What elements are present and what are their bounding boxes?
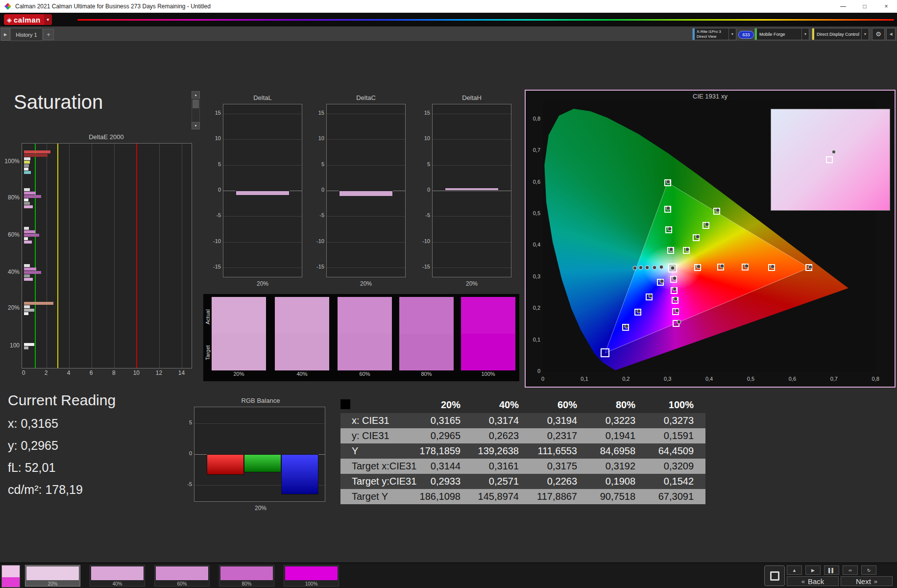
patch-color bbox=[91, 566, 144, 580]
target-row-label: Target bbox=[205, 336, 211, 370]
deltae-bar bbox=[24, 195, 41, 198]
reading-x: x: 0,3165 bbox=[8, 416, 116, 431]
scroll-track[interactable] bbox=[192, 98, 200, 122]
back-label: Back bbox=[808, 577, 824, 586]
brand-bar: ◈ calman ▼ bbox=[0, 13, 897, 26]
y-axis-tick-label: 0,3 bbox=[527, 273, 540, 279]
refresh-button[interactable]: ↻ bbox=[861, 565, 876, 575]
chevron-down-icon[interactable]: ▼ bbox=[861, 28, 869, 40]
deltac-bar bbox=[339, 191, 393, 196]
measurement-marker bbox=[666, 179, 671, 184]
x-axis-label: 20% bbox=[223, 280, 302, 287]
y-axis-tick-label: 10 bbox=[208, 135, 221, 141]
swatch-label: 60% bbox=[338, 371, 392, 377]
calman-logo-button[interactable]: ◈ calman ▼ bbox=[4, 14, 52, 25]
gridline bbox=[69, 144, 70, 368]
gridline bbox=[223, 242, 302, 243]
x-axis-tick-label: 2 bbox=[42, 369, 50, 376]
table-cell: 0,2571 bbox=[489, 476, 519, 487]
minimize-button[interactable]: — bbox=[832, 0, 854, 13]
chevron-down-icon[interactable]: ▼ bbox=[728, 28, 736, 40]
page-title: Saturation bbox=[14, 91, 103, 113]
actual-swatch bbox=[212, 297, 266, 334]
blue-bar bbox=[281, 454, 318, 494]
chart-scrollbar[interactable]: ▲ ▼ bbox=[192, 91, 200, 129]
loop-button[interactable]: ∞ bbox=[843, 565, 858, 575]
y-axis-group-label: 100% bbox=[0, 158, 20, 165]
deltae-bar bbox=[24, 227, 29, 230]
tab-scroll-button[interactable]: ▶ bbox=[1, 28, 10, 41]
row-label: Target y:CIE31 bbox=[352, 476, 416, 487]
y-axis-tick-label: 5 bbox=[208, 161, 221, 167]
table-cell: 90,7518 bbox=[600, 491, 635, 502]
maximize-button[interactable]: □ bbox=[854, 0, 875, 13]
row-label: y: CIE31 bbox=[352, 430, 389, 441]
tab-history-1[interactable]: History 1 bbox=[10, 28, 43, 41]
patch-button-100%[interactable]: 100% bbox=[284, 565, 339, 587]
measurement-marker bbox=[695, 235, 700, 239]
row-label: Target Y bbox=[352, 491, 388, 502]
target-marker bbox=[601, 348, 609, 357]
logo-dropdown-icon[interactable]: ▼ bbox=[44, 14, 52, 25]
actual-swatch bbox=[399, 297, 454, 334]
deltae-bar bbox=[24, 309, 34, 312]
window-controls: — □ × bbox=[832, 0, 897, 13]
next-button[interactable]: Next » bbox=[841, 576, 893, 586]
source-selector-button[interactable]: Mobile Forge ▼ bbox=[754, 28, 809, 40]
table-cell: 0,3209 bbox=[664, 461, 694, 472]
measurement-marker bbox=[677, 319, 681, 324]
gridline bbox=[194, 423, 325, 424]
play-button[interactable]: ▶ bbox=[805, 565, 821, 575]
deltah-bar bbox=[445, 188, 499, 191]
collapse-panel-button[interactable]: ◀ bbox=[886, 28, 896, 40]
scroll-down-button[interactable]: ▼ bbox=[192, 122, 200, 129]
y-axis-tick-label: 0,8 bbox=[527, 116, 540, 122]
swatch-label: 40% bbox=[275, 371, 329, 377]
close-button[interactable]: × bbox=[875, 0, 897, 13]
display-control-selector-button[interactable]: Direct Display Control ▼ bbox=[812, 28, 869, 40]
saturation-swatch bbox=[399, 297, 454, 370]
patch-button-80%[interactable]: 80% bbox=[219, 565, 274, 587]
gridline bbox=[159, 144, 160, 368]
scroll-up-button[interactable]: ▲ bbox=[192, 91, 200, 98]
reference-line bbox=[136, 144, 137, 368]
patch-button-40%[interactable]: 40% bbox=[90, 565, 145, 587]
inset-measurement-marker bbox=[832, 149, 836, 154]
y-axis-group-label: 80% bbox=[0, 194, 20, 201]
meter-selector-button[interactable]: X-Rite i1Pro 3Direct View ▼ bbox=[692, 28, 736, 40]
y-axis-tick-label: 0 bbox=[208, 187, 221, 193]
table-cell: 0,3165 bbox=[431, 415, 461, 426]
chevron-down-icon[interactable]: ▼ bbox=[801, 28, 809, 40]
y-axis-tick-label: 10 bbox=[417, 135, 430, 141]
table-cell: 0,3273 bbox=[664, 415, 694, 426]
measurement-marker bbox=[808, 265, 812, 269]
actual-swatch bbox=[338, 297, 392, 334]
measurement-marker bbox=[648, 294, 653, 298]
y-axis-tick-label: 0,4 bbox=[527, 242, 540, 247]
deltae-plot-area bbox=[22, 143, 192, 368]
y-axis-tick-label: -15 bbox=[312, 264, 324, 270]
calman-app: Calman 2021 Calman Ultimate for Business… bbox=[0, 0, 897, 588]
x-axis-tick-label: 0,6 bbox=[785, 376, 799, 382]
deltae-bar bbox=[24, 312, 28, 315]
settings-gear-button[interactable]: ⚙ bbox=[872, 28, 885, 40]
deltae-bar bbox=[24, 230, 35, 233]
window-title: Calman 2021 Calman Ultimate for Business… bbox=[15, 3, 211, 10]
patch-label: 40% bbox=[90, 581, 145, 587]
row-label: x: CIE31 bbox=[352, 415, 389, 426]
gridline bbox=[327, 139, 405, 140]
scroll-thumb[interactable] bbox=[193, 99, 199, 108]
stop-button[interactable] bbox=[764, 565, 785, 586]
add-tab-button[interactable]: + bbox=[43, 29, 54, 40]
patch-button-20%[interactable]: 20% bbox=[25, 565, 80, 587]
back-button[interactable]: « Back bbox=[787, 576, 839, 586]
eject-button[interactable]: ▲ bbox=[787, 565, 802, 575]
table-cell: 0,2933 bbox=[431, 476, 461, 487]
measurement-marker bbox=[697, 264, 701, 269]
gridline bbox=[327, 114, 405, 114]
x-axis-label: 20% bbox=[194, 505, 327, 512]
pause-button[interactable]: ▌▌ bbox=[824, 565, 839, 575]
deltae-bar bbox=[24, 305, 30, 308]
patch-button-60%[interactable]: 60% bbox=[154, 565, 210, 587]
back-chevrons-icon: « bbox=[801, 578, 805, 585]
